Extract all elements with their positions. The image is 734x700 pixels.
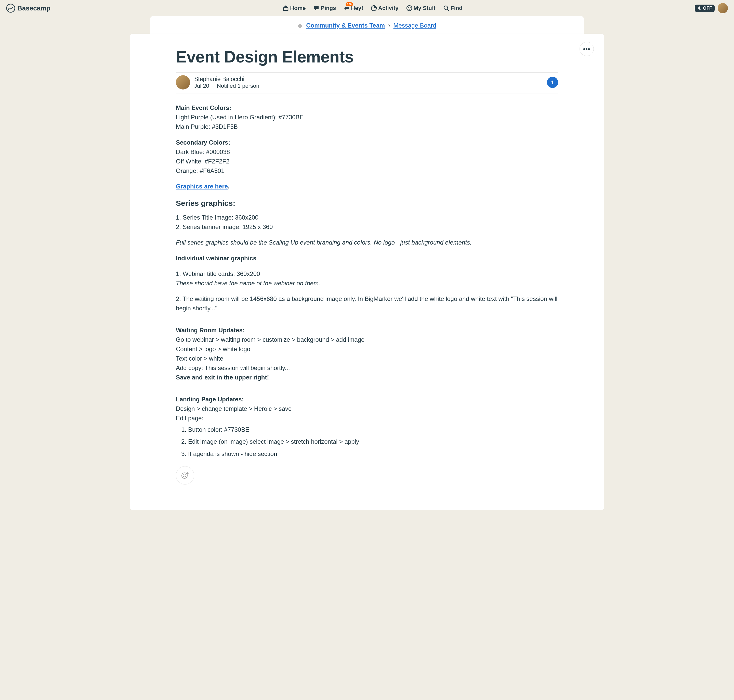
landing-line-2: Edit page: — [176, 413, 558, 423]
breadcrumb-page-link[interactable]: Message Board — [393, 22, 436, 29]
basecamp-logo[interactable]: Basecamp — [6, 4, 50, 13]
waiting-save: Save and exit in the upper right! — [176, 374, 269, 381]
svg-rect-10 — [298, 26, 299, 28]
series-note: Full series graphics should be the Scali… — [176, 239, 472, 246]
notifications-off-toggle[interactable]: OFF — [695, 4, 715, 12]
series-item-1: 1. Series Title Image: 360x200 — [176, 213, 558, 222]
individual-item-2: 2. The waiting room will be 1456x680 as … — [176, 294, 558, 313]
nav-home[interactable]: Home — [283, 5, 305, 12]
svg-rect-8 — [298, 24, 299, 25]
bell-off-icon — [697, 6, 702, 10]
user-avatar[interactable] — [718, 3, 728, 13]
breadcrumb-team-link[interactable]: Community & Events Team — [306, 22, 385, 29]
main-nav: Home Pings 109 Hey! Activity My Stuff Fi… — [283, 5, 462, 12]
nav-mystuff[interactable]: My Stuff — [406, 5, 436, 12]
series-item-2: 2. Series banner image: 1925 x 360 — [176, 222, 558, 232]
landing-ol-2: Edit image (on image) select image > str… — [188, 437, 558, 446]
find-icon — [443, 5, 449, 11]
series-graphics-heading: Series graphics: — [176, 197, 558, 209]
individual-heading: Individual webinar graphics — [176, 255, 256, 262]
add-reaction-button[interactable] — [176, 466, 194, 485]
basecamp-logo-icon — [6, 4, 15, 13]
main-purple-line: Main Purple: #3D1F5B — [176, 122, 558, 131]
svg-point-2 — [407, 6, 412, 11]
svg-point-14 — [185, 474, 186, 475]
svg-point-3 — [408, 7, 409, 8]
post-card: ••• Event Design Elements Stephanie Baio… — [130, 34, 604, 510]
light-purple-line: Light Purple (Used in Hero Gradient): #7… — [176, 112, 558, 122]
svg-point-4 — [410, 7, 411, 8]
waiting-line-4: Add copy: This session will begin shortl… — [176, 363, 558, 372]
off-white-line: Off White: #F2F2F2 — [176, 157, 558, 166]
activity-icon — [371, 5, 377, 11]
svg-rect-11 — [301, 26, 302, 28]
landing-heading: Landing Page Updates: — [176, 396, 244, 403]
nav-activity[interactable]: Activity — [371, 5, 398, 12]
graphics-link[interactable]: Graphics are here — [176, 183, 228, 190]
svg-line-6 — [447, 9, 449, 10]
pings-icon — [313, 5, 319, 11]
orange-line: Orange: #F6A501 — [176, 166, 558, 175]
nav-pings[interactable]: Pings — [313, 5, 336, 12]
add-reaction-icon — [181, 471, 189, 479]
author-meta: Jul 20 · Notified 1 person — [194, 82, 543, 89]
hey-badge: 109 — [346, 2, 353, 6]
author-row: Stephanie Baiocchi Jul 20 · Notified 1 p… — [176, 72, 558, 94]
post-body: Main Event Colors: Light Purple (Used in… — [176, 94, 558, 485]
dark-blue-line: Dark Blue: #000038 — [176, 147, 558, 157]
svg-point-13 — [183, 474, 184, 475]
landing-line-1: Design > change template > Heroic > save — [176, 404, 558, 413]
more-menu-button[interactable]: ••• — [580, 42, 594, 56]
nav-find[interactable]: Find — [443, 5, 462, 12]
home-icon — [283, 5, 289, 11]
waiting-heading: Waiting Room Updates: — [176, 326, 245, 334]
individual-note: These should have the name of the webina… — [176, 280, 320, 287]
secondary-colors-heading: Secondary Colors: — [176, 139, 230, 146]
waiting-line-2: Content > logo > white logo — [176, 344, 558, 354]
waiting-line-1: Go to webinar > waiting room > customize… — [176, 335, 558, 344]
mystuff-icon — [406, 5, 413, 11]
nav-hey[interactable]: 109 Hey! — [344, 5, 363, 12]
svg-point-0 — [7, 4, 15, 12]
author-name: Stephanie Baiocchi — [194, 76, 543, 82]
brand-name: Basecamp — [17, 4, 50, 12]
svg-rect-9 — [301, 24, 302, 25]
author-avatar[interactable] — [176, 75, 190, 90]
individual-item-1: 1. Webinar title cards: 360x200 — [176, 269, 558, 278]
waiting-line-3: Text color > white — [176, 354, 558, 363]
notified-count-badge[interactable]: 1 — [547, 77, 558, 88]
svg-point-12 — [182, 473, 187, 478]
main-colors-heading: Main Event Colors: — [176, 104, 231, 111]
landing-ol-3: If agenda is shown - hide section — [188, 449, 558, 459]
post-title: Event Design Elements — [176, 47, 558, 66]
grid-icon — [298, 24, 302, 28]
landing-ol-1: Button color: #7730BE — [188, 425, 558, 434]
